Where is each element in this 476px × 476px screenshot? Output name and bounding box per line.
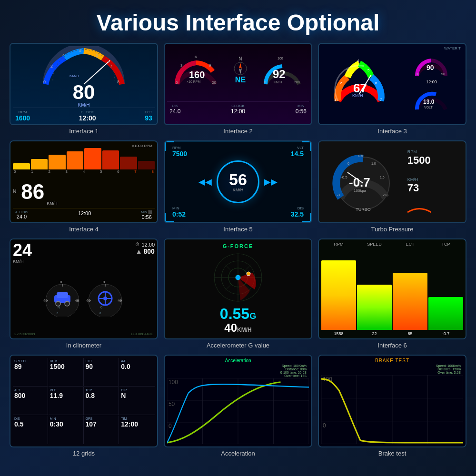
rpm-label1: RPM	[19, 110, 27, 114]
display-incl: 24 KM/H ⏱ 12:00 ▲ 800	[10, 238, 158, 339]
circle5: 56 KM/H	[217, 160, 259, 203]
arrow-right5: ▶▶	[264, 177, 278, 187]
bar4-7	[138, 161, 155, 169]
svg-text:0: 0	[103, 281, 105, 284]
gc-ect: ECT 90	[84, 358, 119, 387]
display-iface4: ×1000 RPM 0 1 2	[10, 140, 158, 223]
svg-text:30: 30	[416, 72, 419, 76]
display-iface1: 0 2 4 5 6 7 8 KM/H 80 KM/H	[10, 43, 158, 125]
display-brake: BRAKE TEST Speed: 100Km/h Distance: 150m…	[318, 355, 466, 447]
bar4-4	[84, 148, 101, 169]
compass2	[233, 61, 248, 76]
svg-text:5: 5	[79, 48, 81, 53]
cell-gforce: G-FORCE	[164, 238, 312, 349]
svg-text:-1: -1	[337, 193, 341, 197]
svg-text:40: 40	[118, 298, 122, 303]
svg-marker-18	[239, 69, 242, 74]
display-iface6: RPM SPEED ECT TCP	[318, 238, 466, 339]
clock3: 12:00	[426, 79, 437, 84]
water-label3: WATER T	[444, 46, 463, 50]
svg-text:KM/H: KM/H	[69, 74, 79, 78]
rpm-gauge2: 0 3 6 9 20 160 ×10 RPM	[175, 53, 218, 87]
display-grid12: SPEED 89 RPM 1500 ECT 90 A/F 0.0	[10, 355, 158, 447]
svg-text:6: 6	[375, 81, 377, 85]
svg-text:50: 50	[169, 401, 175, 407]
cell-incl: 24 KM/H ⏱ 12:00 ▲ 800	[10, 238, 158, 349]
svg-text:0: 0	[264, 80, 266, 84]
bar-ect6	[393, 248, 427, 330]
svg-point-80	[247, 272, 250, 276]
gc-dir: DIR N	[119, 387, 155, 416]
svg-text:3: 3	[180, 63, 183, 68]
gc-tcp: TCP 0.8	[84, 387, 119, 416]
svg-text:0: 0	[43, 79, 46, 84]
svg-text:9: 9	[209, 63, 211, 68]
svg-rect-55	[57, 292, 68, 298]
svg-text:100: 100	[169, 379, 178, 386]
bar-rpm6	[321, 248, 356, 330]
gc-dis: DIS 0.5	[13, 416, 48, 444]
rpm-t: 1500	[407, 154, 431, 167]
col-tcp6: TCP	[428, 242, 463, 247]
gc-rpm: RPM 1500	[49, 358, 84, 387]
svg-text:×10 RPM: ×10 RPM	[187, 80, 201, 83]
label-incl: In clinometer	[66, 342, 101, 349]
svg-text:2: 2	[340, 81, 342, 85]
accel-speed-lbl: Speed: 100Km/h	[282, 364, 307, 367]
display-accel: Acceleration Speed: 100Km/h Distance: 80…	[164, 355, 312, 447]
svg-text:1: 1	[334, 98, 337, 102]
clock-label1: CLOCK	[81, 110, 94, 114]
accel-over-lbl: Over time: 16S	[284, 374, 307, 377]
accel-title: Acceleration	[167, 358, 309, 363]
svg-text:92: 92	[273, 68, 286, 80]
gc-alt: ALT 800	[13, 387, 48, 416]
speed4: 86	[21, 181, 44, 202]
bar4-0	[13, 163, 30, 170]
accel-chart: 100 50 0	[167, 378, 309, 444]
lon-incl: 113.868440E	[130, 332, 153, 336]
min-label4: MIN ⬛	[141, 210, 152, 214]
right-incl-gauge: 0 40 40 0 0	[85, 281, 126, 317]
brake-over-lbl: Over time: 3.6S	[437, 371, 461, 374]
cell-brake: BRAKE TEST Speed: 100Km/h Distance: 150m…	[318, 355, 466, 457]
display-turbo: -1 -0.5 0 0.5 1.0 1.5 2.0 -0.7 100kpa TU…	[318, 140, 466, 223]
val-rpm6: 1558	[321, 331, 356, 336]
display-iface3: 67 KM/H 1 2 3 4 5 6 7	[318, 43, 466, 125]
heading2: NE	[235, 76, 246, 84]
col-ect6: ECT	[393, 242, 427, 247]
clock1: 12:00	[79, 114, 96, 122]
display-iface5: RPM 7500 VLT 14.5 ◀◀ 56 KM/H	[164, 140, 312, 223]
gc-tim: TIM 12:00	[119, 416, 155, 444]
ect1: 93	[145, 114, 152, 122]
svg-point-65	[103, 297, 107, 300]
svg-text:90: 90	[441, 72, 445, 76]
turbo-label: TURBO	[356, 207, 371, 212]
svg-text:KM/H: KM/H	[352, 93, 363, 98]
gc-min: MIN 0:30	[49, 416, 84, 444]
bar4-6	[120, 157, 137, 169]
val-ect6: 85	[393, 331, 427, 336]
accel-dist-lbl: Distance: 80m	[285, 367, 307, 371]
svg-text:0: 0	[100, 306, 102, 309]
svg-text:100kpa: 100kpa	[354, 188, 367, 193]
speed-gauge2: 0 100 200 92 KM/H	[263, 53, 301, 87]
cell-iface5: RPM 7500 VLT 14.5 ◀◀ 56 KM/H	[164, 140, 312, 232]
bar4-3	[67, 151, 84, 169]
svg-text:40: 40	[86, 298, 90, 303]
clock-incl: 12:00	[141, 242, 155, 248]
label-iface4: Interface 4	[69, 226, 98, 233]
display-iface2: 0 3 6 9 20 160 ×10 RPM N	[164, 43, 312, 125]
svg-text:160: 160	[189, 69, 205, 80]
red-arc-t	[407, 205, 431, 215]
rpm-range4: ×1000 RPM	[13, 144, 155, 148]
svg-text:6: 6	[96, 53, 98, 58]
rpm1: 1600	[15, 114, 30, 122]
svg-text:-0.7: -0.7	[349, 175, 370, 189]
svg-text:0.5: 0.5	[358, 154, 363, 158]
min4: 0:56	[141, 214, 151, 220]
svg-text:90: 90	[426, 64, 434, 71]
label-iface3: Interface 3	[377, 128, 407, 135]
label-iface1: Interface 1	[69, 128, 98, 135]
label-turbo: Turbo Pressure	[371, 226, 413, 233]
cell-iface4: ×1000 RPM 0 1 2	[10, 140, 158, 232]
